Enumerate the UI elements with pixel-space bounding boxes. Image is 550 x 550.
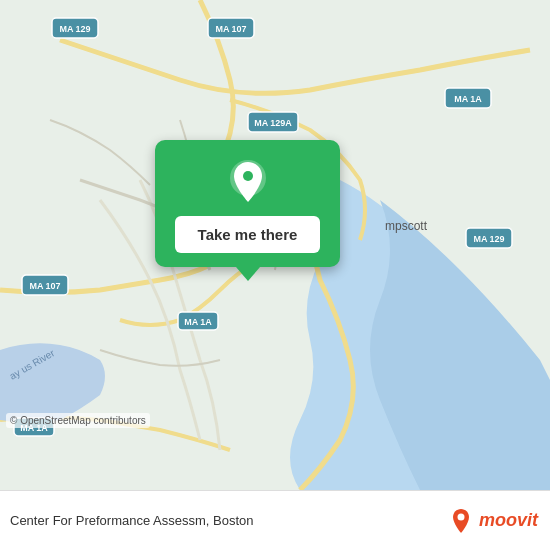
map-attribution: © OpenStreetMap contributors [6,413,150,428]
svg-text:MA 1A: MA 1A [184,317,212,327]
svg-text:MA 1A: MA 1A [454,94,482,104]
svg-text:MA 107: MA 107 [29,281,60,291]
map-container: MA 129 MA 107 MA 129A MA 1A MA 129 MA 10… [0,0,550,490]
location-pin-icon [224,158,272,206]
moovit-pin-icon [447,507,475,535]
svg-text:MA 129: MA 129 [59,24,90,34]
svg-text:MA 107: MA 107 [215,24,246,34]
svg-text:mpscott: mpscott [385,219,428,233]
svg-text:MA 129A: MA 129A [254,118,292,128]
moovit-logo: moovit [447,507,538,535]
svg-text:MA 129: MA 129 [473,234,504,244]
bottom-bar: Center For Preformance Assessm, Boston m… [0,490,550,550]
location-popup: Take me there [155,140,340,267]
svg-point-22 [457,513,464,520]
svg-point-21 [243,171,253,181]
moovit-logo-text: moovit [479,510,538,531]
location-label: Center For Preformance Assessm, Boston [10,513,253,528]
take-me-there-button[interactable]: Take me there [175,216,320,253]
